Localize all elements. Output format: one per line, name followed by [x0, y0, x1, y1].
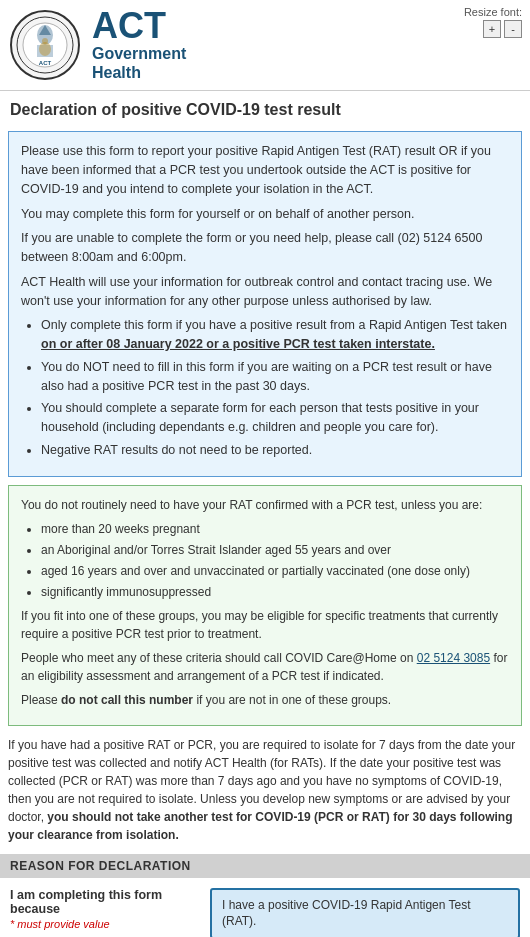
- page-title: Declaration of positive COVID-19 test re…: [0, 91, 530, 125]
- info-can-complete: You may complete this form for yourself …: [21, 205, 509, 224]
- advisory-bullet-1: more than 20 weeks pregnant: [41, 520, 509, 538]
- svg-text:ACT: ACT: [39, 60, 52, 66]
- svg-point-7: [42, 38, 48, 44]
- advisory-bullet-3: aged 16 years and over and unvaccinated …: [41, 562, 509, 580]
- section-heading: REASON FOR DECLARATION: [0, 854, 530, 878]
- advisory-bullet-2: an Aboriginal and/or Torres Strait Islan…: [41, 541, 509, 559]
- logo-circle: ACT: [10, 10, 80, 80]
- form-section: I am completing this form because * must…: [0, 878, 530, 937]
- do-not-call-post: if you are not in one of these groups.: [193, 693, 391, 707]
- resize-buttons-group: + -: [483, 20, 522, 38]
- option1-radio[interactable]: I have a positive COVID-19 Rapid Antigen…: [210, 888, 520, 937]
- advisory-box: You do not routinely need to have your R…: [8, 485, 522, 726]
- header: ACT ACT Government Health Resize font: +…: [0, 0, 530, 91]
- advisory-intro: You do not routinely need to have your R…: [21, 496, 509, 514]
- info-bullet-list: Only complete this form if you have a po…: [41, 316, 509, 459]
- completing-required: * must provide value: [10, 918, 200, 930]
- info-bullet-3: You should complete a separate form for …: [41, 399, 509, 437]
- call-pre: People who meet any of these criteria sh…: [21, 651, 417, 665]
- call-number[interactable]: 02 5124 3085: [417, 651, 490, 665]
- health-text: Health: [92, 63, 186, 82]
- logo-area: ACT ACT Government Health: [10, 8, 186, 82]
- logo-svg: ACT: [15, 15, 75, 75]
- info-bullet-4: Negative RAT results do not need to be r…: [41, 441, 509, 460]
- do-not-call: Please do not call this number if you ar…: [21, 691, 509, 709]
- resize-font-label: Resize font:: [464, 6, 522, 18]
- do-not-call-bold: do not call this number: [61, 693, 193, 707]
- advisory-eligible: If you fit into one of these groups, you…: [21, 607, 509, 643]
- resize-font-control: Resize font: + -: [464, 6, 522, 38]
- info-bullet-1: Only complete this form if you have a po…: [41, 316, 509, 354]
- advisory-bullet-4: significantly immunosuppressed: [41, 583, 509, 601]
- completing-options-col: I have a positive COVID-19 Rapid Antigen…: [210, 888, 520, 937]
- completing-label-col: I am completing this form because * must…: [10, 888, 210, 930]
- isolation-bold: you should not take another test for COV…: [8, 810, 513, 842]
- isolation-paragraph: If you have had a positive RAT or PCR, y…: [8, 734, 522, 846]
- bullet1-bold: on or after 08 January 2022 or a positiv…: [41, 337, 435, 351]
- info-box: Please use this form to report your posi…: [8, 131, 522, 476]
- option1-label: I have a positive COVID-19 Rapid Antigen…: [222, 898, 471, 929]
- decrease-font-button[interactable]: -: [504, 20, 522, 38]
- increase-font-button[interactable]: +: [483, 20, 501, 38]
- advisory-bullet-list: more than 20 weeks pregnant an Aborigina…: [41, 520, 509, 601]
- bullet1-pre: Only complete this form if you have a po…: [41, 318, 507, 332]
- do-not-call-pre: Please: [21, 693, 61, 707]
- info-bullet-2: You do NOT need to fill in this form if …: [41, 358, 509, 396]
- government-text: Government: [92, 44, 186, 63]
- completing-form-row: I am completing this form because * must…: [10, 888, 520, 937]
- info-help-text: If you are unable to complete the form o…: [21, 229, 509, 267]
- org-name-block: ACT Government Health: [88, 8, 186, 82]
- info-use-info: ACT Health will use your information for…: [21, 273, 509, 311]
- svg-point-6: [39, 42, 51, 56]
- act-text: ACT: [92, 8, 186, 44]
- info-intro: Please use this form to report your posi…: [21, 142, 509, 198]
- completing-label: I am completing this form because: [10, 888, 200, 916]
- advisory-call: People who meet any of these criteria sh…: [21, 649, 509, 685]
